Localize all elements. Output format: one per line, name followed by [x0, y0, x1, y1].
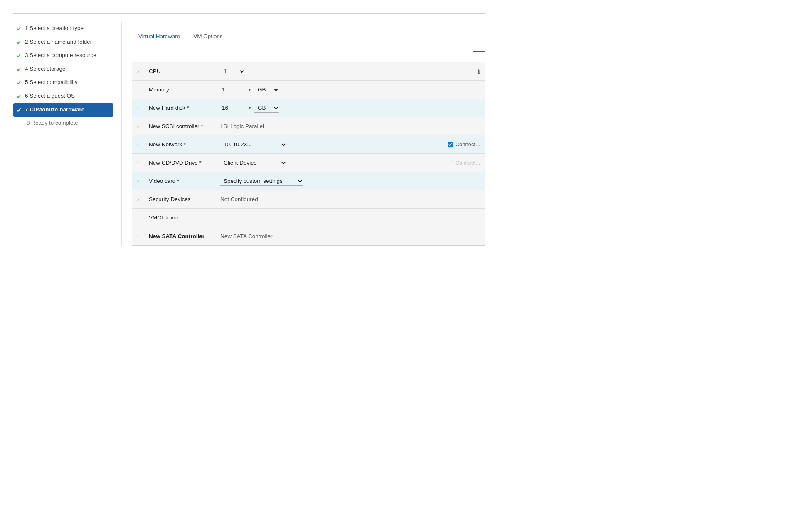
title-divider — [13, 13, 485, 14]
sidebar-item-label: 5 Select compatibility — [25, 79, 78, 86]
hw-label: New CD/DVD Drive * — [149, 160, 215, 166]
expand-chevron-icon[interactable]: › — [137, 87, 144, 93]
network-row-connect-label: Connect... — [456, 141, 480, 148]
sidebar-item-step1[interactable]: ✔1 Select a creation type — [13, 22, 113, 36]
cddvd-row-connect-checkbox — [448, 160, 453, 165]
check-icon: ✔ — [17, 93, 22, 101]
sidebar-item-step2[interactable]: ✔2 Select a name and folder — [13, 36, 113, 49]
expand-chevron-icon[interactable]: › — [137, 123, 144, 129]
check-icon: ✔ — [17, 52, 22, 60]
hw-label: VMCI device — [149, 214, 215, 221]
security-row-value: Not Configured — [220, 196, 258, 202]
tab-virtual-hardware[interactable]: Virtual Hardware — [132, 29, 187, 44]
expand-chevron-icon[interactable]: › — [137, 178, 144, 184]
hw-controls: Specify custom settings — [220, 177, 480, 186]
hard-disk-row-input[interactable] — [220, 104, 245, 112]
hw-label: Video card * — [149, 178, 215, 184]
tab-vm-options[interactable]: VM Options — [187, 29, 229, 44]
tabs-container: Virtual HardwareVM Options — [132, 29, 485, 44]
hw-label: New SCSI controller * — [149, 123, 215, 129]
hw-controls: Not Configured — [220, 196, 480, 202]
hw-row-scsi-row: ›New SCSI controller *LSI Logic Parallel — [132, 117, 485, 135]
hardware-table: ›CPU1ℹ›Memory▾GB›New Hard disk *▾GB›New … — [132, 62, 485, 246]
network-row-select[interactable]: 10. 10.23.0 — [220, 140, 287, 149]
connect-area: Connect... — [448, 141, 480, 148]
cpu-select[interactable]: 1 — [220, 67, 245, 76]
value-dropdown-icon[interactable]: ▾ — [249, 87, 251, 92]
value-dropdown-icon[interactable]: ▾ — [249, 105, 251, 111]
hard-disk-row-unit-select[interactable]: GB — [254, 103, 279, 113]
hw-row-memory-row: ›Memory▾GB — [132, 81, 485, 99]
check-icon: ✔ — [17, 66, 22, 74]
hw-controls: ▾GB — [220, 103, 480, 113]
memory-row-input[interactable] — [220, 86, 245, 94]
sidebar-item-label: 6 Select a guest OS — [25, 92, 75, 100]
hw-controls: 10. 10.23.0Connect... — [220, 140, 480, 149]
memory-row-unit-select[interactable]: GB — [254, 85, 279, 94]
expand-chevron-icon[interactable]: › — [137, 197, 144, 202]
sidebar-item-label: 8 Ready to complete — [27, 119, 78, 127]
hw-label: New Network * — [149, 141, 215, 148]
hw-row-security-row: ›Security DevicesNot Configured — [132, 190, 485, 209]
sidebar-item-step3[interactable]: ✔3 Select a compute resource — [13, 49, 113, 63]
cddvd-row-select[interactable]: Client Device — [220, 158, 287, 167]
expand-chevron-icon[interactable]: › — [137, 69, 144, 74]
sidebar-item-label: 4 Select storage — [25, 65, 66, 73]
expand-chevron-icon[interactable]: › — [137, 233, 144, 239]
hw-row-video-row: ›Video card *Specify custom settings — [132, 172, 485, 190]
hw-row-sata-row: ›New SATA ControllerNew SATA Controller — [132, 227, 485, 245]
expand-chevron-icon[interactable]: › — [137, 105, 144, 111]
cddvd-row-connect-label: Connect... — [456, 160, 480, 166]
hw-controls: ▾GB — [220, 85, 480, 94]
check-icon: ✔ — [17, 106, 22, 115]
sidebar-item-step6[interactable]: ✔6 Select a guest OS — [13, 90, 113, 103]
sidebar-item-step8: 8 Ready to complete — [13, 117, 113, 130]
hw-label: CPU — [149, 68, 215, 74]
network-row-connect-checkbox[interactable] — [448, 142, 453, 147]
content-area: Virtual HardwareVM Options ›CPU1ℹ›Memory… — [121, 22, 485, 246]
sata-row-value: New SATA Controller — [220, 233, 273, 239]
hw-controls: 1ℹ — [220, 67, 480, 76]
check-icon: ✔ — [17, 79, 22, 87]
sidebar-item-step4[interactable]: ✔4 Select storage — [13, 63, 113, 76]
hw-label: Security Devices — [149, 196, 215, 202]
sidebar-item-step5[interactable]: ✔5 Select compatibility — [13, 76, 113, 90]
hw-row-hard-disk-row: ›New Hard disk *▾GB — [132, 99, 485, 117]
sidebar-item-label: 2 Select a name and folder — [25, 38, 92, 46]
connect-area: Connect... — [448, 160, 480, 166]
hw-row-cddvd-row: ›New CD/DVD Drive *Client DeviceConnect.… — [132, 154, 485, 172]
sidebar-item-label: 7 Customize hardware — [25, 106, 84, 114]
info-icon[interactable]: ℹ — [478, 67, 480, 75]
hw-controls: Client DeviceConnect... — [220, 158, 480, 167]
add-device-button[interactable] — [473, 51, 485, 57]
check-icon: ✔ — [17, 39, 22, 47]
expand-chevron-icon[interactable]: › — [137, 160, 144, 166]
hw-controls: LSI Logic Parallel — [220, 123, 480, 129]
hw-row-vmci-row: VMCI device — [132, 209, 485, 227]
hw-row-cpu-row: ›CPU1ℹ — [132, 62, 485, 81]
video-row-select[interactable]: Specify custom settings — [220, 177, 303, 186]
hw-row-network-row: ›New Network *10. 10.23.0Connect... — [132, 135, 485, 154]
hw-label: New SATA Controller — [149, 233, 215, 239]
scsi-row-value: LSI Logic Parallel — [220, 123, 264, 129]
sidebar-item-step7[interactable]: ✔7 Customize hardware — [13, 103, 113, 117]
hw-label: New Hard disk * — [149, 105, 215, 111]
check-icon: ✔ — [17, 25, 22, 33]
hw-label: Memory — [149, 86, 215, 93]
hw-controls: New SATA Controller — [220, 233, 480, 239]
toolbar — [132, 51, 485, 57]
sidebar: ✔1 Select a creation type✔2 Select a nam… — [13, 22, 121, 246]
expand-chevron-icon[interactable]: › — [137, 142, 144, 148]
sidebar-item-label: 1 Select a creation type — [25, 25, 84, 32]
sidebar-item-label: 3 Select a compute resource — [25, 52, 96, 59]
